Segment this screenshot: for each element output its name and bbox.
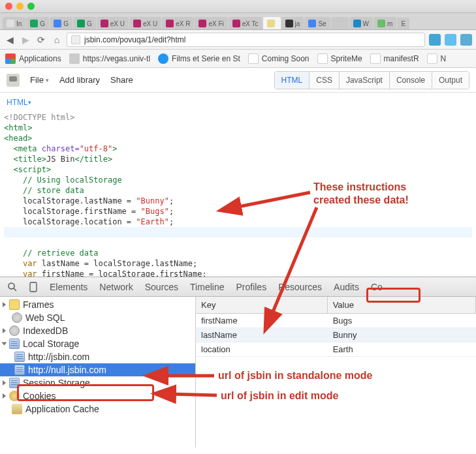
browser-tab[interactable]: eX Fi	[195, 17, 227, 29]
storage-table: Key Value firstNameBugs lastNameBunny lo…	[196, 297, 476, 447]
close-window-icon[interactable]	[5, 3, 12, 10]
devtools-panel: Elements Network Sources Timeline Profil…	[0, 277, 476, 447]
collapse-icon	[2, 342, 7, 346]
folder-icon	[69, 53, 80, 64]
browser-tab[interactable]: G	[73, 17, 96, 29]
devtools-tab-audits[interactable]: Audits	[332, 280, 360, 294]
browser-tab[interactable]: eX R	[162, 17, 194, 29]
bookmark-item[interactable]: https://vegas.univ-tl	[69, 53, 150, 64]
browser-tab[interactable]: Se	[304, 17, 330, 29]
tree-localstorage-origin-selected[interactable]: http://null.jsbin.com	[0, 363, 195, 376]
page-icon	[427, 53, 437, 64]
bookmark-item[interactable]: N	[427, 53, 447, 64]
devtools-tab-bar: Elements Network Sources Timeline Profil…	[0, 277, 476, 297]
devtools-tab-sources[interactable]: Sources	[144, 280, 180, 294]
w-icon	[353, 20, 361, 27]
apps-bookmark[interactable]: Applications	[5, 53, 61, 64]
magnifier-icon[interactable]	[7, 281, 18, 293]
devtools-tab-elements[interactable]: Elements	[48, 280, 89, 294]
expand-icon	[3, 393, 6, 399]
file-menu[interactable]: File	[30, 75, 49, 85]
tree-appcache[interactable]: Application Cache	[0, 402, 195, 416]
home-button[interactable]: ⌂	[51, 34, 63, 46]
browser-tab-strip: In G G G eX U eX U eX R eX Fi eX Tc ja S…	[0, 13, 476, 30]
col-key[interactable]: Key	[196, 297, 328, 313]
url-text: jsbin.com/povuqa/1/edit?html	[84, 35, 185, 44]
reload-button[interactable]: ⟳	[35, 34, 47, 46]
code-line: <<html>html>	[4, 123, 32, 132]
browser-tab[interactable]: eX U	[129, 17, 161, 29]
code-editor[interactable]: <!DOCTYPE html> <<html>html> <head> <met…	[0, 112, 476, 277]
zoom-window-icon[interactable]	[27, 3, 35, 10]
browser-tab[interactable]: G	[50, 17, 72, 29]
sheet-icon	[77, 20, 85, 27]
cache-icon	[12, 404, 22, 414]
browser-tab[interactable]: ja	[281, 17, 304, 29]
tab-css[interactable]: CSS	[309, 72, 340, 89]
tree-localstorage[interactable]: Local Storage	[0, 337, 195, 350]
devtools-tab-profiles[interactable]: Profiles	[234, 280, 268, 294]
back-button[interactable]: ◀	[4, 34, 16, 46]
code-comment: // retrieve data	[23, 249, 99, 258]
panel-header-html[interactable]: HTML	[0, 93, 476, 112]
storage-icon	[14, 352, 25, 362]
bookmark-item[interactable]: Coming Soon	[248, 53, 309, 64]
browser-tab[interactable]: In	[3, 17, 25, 29]
tree-sessionstorage[interactable]: Session Storage	[0, 376, 195, 389]
table-row[interactable]: lastNameBunny	[196, 328, 476, 342]
browser-tab[interactable]: G	[26, 17, 49, 29]
storage-icon	[9, 378, 20, 388]
bookmark-item[interactable]: SpriteMe	[317, 53, 362, 64]
tree-websql[interactable]: Web SQL	[0, 311, 195, 324]
bookmark-item[interactable]: Films et Serie en St	[158, 53, 240, 64]
browser-tab[interactable]: W	[349, 17, 373, 29]
jsbin-icon	[267, 20, 275, 27]
table-row[interactable]: locationEarth	[196, 342, 476, 357]
bookmark-item[interactable]: manifestR	[370, 53, 419, 64]
page-icon	[71, 35, 80, 44]
url-bar-row: ◀ ▶ ⟳ ⌂ jsbin.com/povuqa/1/edit?html	[0, 30, 476, 50]
tab-output[interactable]: Output	[432, 72, 469, 89]
table-row[interactable]: firstNameBugs	[196, 314, 476, 328]
browser-tab[interactable]: eX Tc	[229, 17, 262, 29]
svg-rect-2	[30, 282, 37, 292]
devtools-tab-timeline[interactable]: Timeline	[189, 280, 225, 294]
browser-tab[interactable]: eX U	[97, 17, 129, 29]
forward-button[interactable]: ▶	[20, 34, 31, 46]
tab-javascript[interactable]: JavaScript	[340, 72, 390, 89]
code-line: <title>	[13, 155, 46, 164]
url-input[interactable]: jsbin.com/povuqa/1/edit?html	[67, 33, 425, 47]
edx-icon	[101, 20, 108, 27]
tree-cookies[interactable]: Cookies	[0, 389, 195, 402]
expand-icon	[3, 328, 6, 333]
devtools-tab-network[interactable]: Network	[98, 280, 134, 294]
tree-localstorage-origin[interactable]: http://jsbin.com	[0, 350, 195, 363]
search-icon	[308, 20, 316, 27]
browser-tab[interactable]	[331, 17, 349, 29]
minimize-window-icon[interactable]	[16, 3, 24, 10]
col-value[interactable]: Value	[328, 297, 476, 313]
tree-indexeddb[interactable]: IndexedDB	[0, 324, 195, 337]
devtools-tab-resources[interactable]: Resources	[277, 280, 323, 294]
code-line: <meta	[13, 144, 37, 153]
browser-tab-active[interactable]	[263, 17, 281, 29]
extension-icon[interactable]	[429, 34, 441, 46]
add-library-menu[interactable]: Add library	[59, 75, 100, 85]
extension-icon[interactable]	[445, 34, 456, 46]
window-chrome	[0, 0, 476, 13]
m-icon	[377, 20, 385, 27]
browser-tab[interactable]: m	[373, 17, 396, 29]
jsbin-logo-icon[interactable]	[7, 74, 20, 87]
tab-console[interactable]: Console	[390, 72, 432, 89]
tree-frames[interactable]: Frames	[0, 298, 195, 311]
edx-icon	[232, 20, 240, 27]
share-menu[interactable]: Share	[110, 75, 133, 85]
drive-icon	[30, 20, 38, 27]
expand-icon	[3, 302, 6, 307]
browser-tab[interactable]: E	[397, 18, 409, 29]
tab-html[interactable]: HTML	[275, 72, 310, 89]
edx-icon	[166, 20, 174, 27]
devtools-tab-console[interactable]: Co	[370, 280, 384, 294]
extension-icon[interactable]	[460, 34, 472, 46]
device-mode-icon[interactable]	[27, 281, 39, 293]
